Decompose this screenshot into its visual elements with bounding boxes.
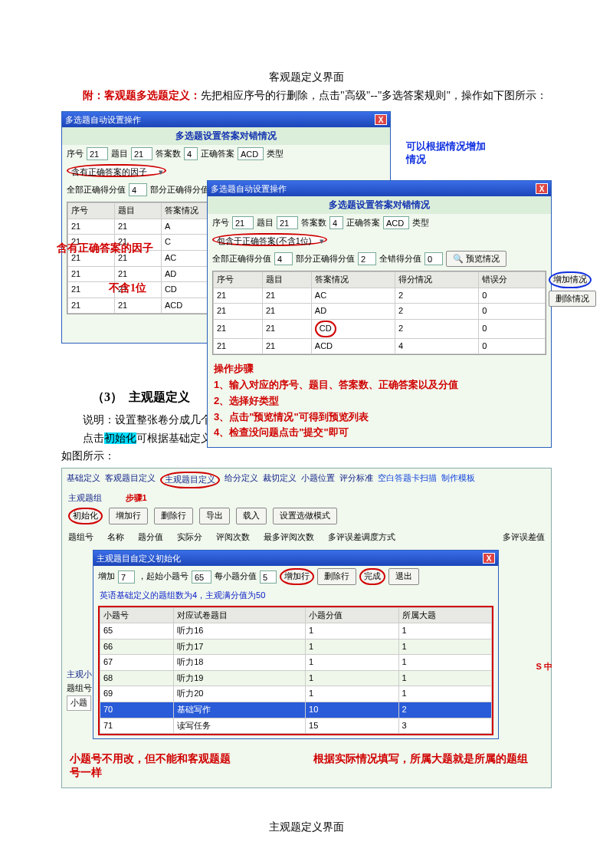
button-row: 初始化 增加行 删除行 导出 载入 设置选做模式 [62, 506, 551, 529]
section-number: （3） [92, 390, 123, 403]
dialog-header: 多选题设置答案对错情况 [208, 196, 551, 214]
dlg-form-row: 增加7 ，起始小题号65 每小题分值5 增加行 删除行 完成 退出 [93, 566, 498, 587]
attach-label: 附：客观题多选题定义： [83, 90, 201, 101]
dlg-grid: 小题号对应试卷题目小题分值所属大题 65听力1611 66听力1711 67听力… [98, 606, 493, 736]
del-case-button-2[interactable]: 删除情况 [549, 291, 596, 307]
dialog-multichoice-front: 多选题自动设置操作 X 多选题设置答案对错情况 序号21 题目21 答案数4 正… [207, 180, 552, 448]
table-row[interactable]: 2121CD20 [214, 319, 546, 338]
import-button[interactable]: 载入 [236, 508, 267, 524]
side-label-3: 小题 [67, 695, 91, 711]
table-row[interactable]: 2121ACD40 [214, 338, 546, 354]
table-row[interactable]: 65听力1611 [100, 623, 492, 639]
panel-label: 主观题组 步骤1 [62, 490, 551, 507]
table-row-selected[interactable]: 70基础写作102 [100, 702, 492, 718]
tab-pos[interactable]: 小题位置 [301, 472, 335, 488]
dlg-done-button[interactable]: 完成 [359, 568, 385, 585]
tab-std[interactable]: 评分标准 [339, 472, 373, 488]
annot-no1: 不含1位 [109, 280, 146, 297]
table-row[interactable]: 2121AC20 [214, 288, 546, 304]
figure-1: 多选题自动设置操作 X 多选题设置答案对错情况 序号21 题目21 答案数4 正… [61, 111, 552, 357]
figure-2-app: 基础定义 客观题目定义 主观题目定义 给分定义 裁切定义 小题位置 评分标准 空… [61, 468, 552, 788]
init-button[interactable]: 初始化 [68, 508, 103, 524]
tab-subjective[interactable]: 主观题目定义 [160, 472, 220, 488]
close-icon[interactable]: X [536, 183, 548, 194]
annot-right: 根据实际情况填写，所属大题就是所属的题组 [313, 751, 528, 779]
side-label-2: 题组号 [67, 682, 92, 695]
annot-factor: 含有正确答案的因子 [57, 240, 153, 257]
figure2-caption: 主观题定义界面 [61, 819, 552, 836]
export-button[interactable]: 导出 [199, 508, 230, 524]
table-row[interactable]: 67听力1811 [100, 655, 492, 671]
page-title: 客观题定义界面 [61, 69, 552, 86]
label-das: 答案数 [156, 147, 181, 161]
input-add[interactable]: 7 [118, 570, 135, 584]
titlebar[interactable]: 主观题目自定义初始化 X [93, 551, 498, 566]
label-qbzq: 全部正确得分值 [67, 183, 126, 197]
section-title: 主观题定义 [129, 390, 190, 403]
step-2: 2、选择好类型 [214, 393, 545, 409]
table-row[interactable]: 2121AD20 [214, 304, 546, 320]
dlg-addrow-button[interactable]: 增加行 [280, 568, 314, 585]
input-start[interactable]: 65 [192, 570, 211, 584]
dlg-delrow-button[interactable]: 删除行 [317, 568, 356, 585]
tab-scan[interactable]: 空白答题卡扫描 [378, 472, 437, 488]
delrow-button[interactable]: 删除行 [154, 508, 193, 524]
input-qbzq[interactable]: 4 [129, 183, 147, 196]
dlg-exit-button[interactable]: 退出 [388, 568, 419, 585]
label-tm: 题目 [111, 147, 128, 161]
tab-bar: 基础定义 客观题目定义 主观题目定义 给分定义 裁切定义 小题位置 评分标准 空… [62, 469, 551, 490]
table-row[interactable]: 68听力1911 [100, 670, 492, 686]
titlebar-text: 主观题目自定义初始化 [97, 551, 181, 566]
input-per[interactable]: 5 [260, 570, 277, 584]
table-row[interactable]: 66听力1711 [100, 639, 492, 655]
annot-left: 小题号不用改，但不能和客观题题号一样 [70, 751, 231, 779]
tab-score[interactable]: 给分定义 [225, 472, 258, 488]
input-tm[interactable]: 21 [131, 147, 152, 160]
input-das[interactable]: 4 [184, 147, 198, 160]
close-icon[interactable]: X [375, 114, 387, 125]
label-xh: 序号 [67, 147, 84, 161]
titlebar-text: 多选题自动设置操作 [211, 181, 287, 196]
label-lx: 类型 [267, 147, 284, 161]
select-type[interactable]: 含有正确答案的因子 [67, 164, 166, 177]
form-row-1: 序号21 题目21 答案数4 正确答案ACD 类型 含有正确答案的因子 [62, 145, 390, 179]
ime-badge: S 中 [536, 660, 552, 674]
attach-rest: 先把相应序号的行删除，点击"高级"--"多选答案规则"，操作如下图所示： [201, 90, 547, 101]
select-type-2[interactable]: 包含于正确答案(不含1位) [212, 233, 327, 246]
input-zqda[interactable]: ACD [238, 147, 264, 160]
column-headers: 题组号 名称 题分值 实际分 评阅次数 最多评阅次数 多评误差调度方式 多评误差… [62, 529, 551, 546]
tab-basic[interactable]: 基础定义 [67, 472, 100, 488]
table-row[interactable]: 69听力2011 [100, 686, 492, 702]
step-3: 3、点击"预览情况"可得到预览列表 [214, 409, 545, 426]
annot-step1: 步骤1 [126, 493, 147, 502]
close-icon[interactable]: X [483, 553, 495, 564]
form-row-2: 全部正确得分值4 部分正确得分值2 全错得分值0 🔍 预览情况 [208, 248, 551, 270]
titlebar-text: 多选题自动设置操作 [65, 112, 141, 127]
annot-add-case: 可以根据情况增加情况 [406, 140, 490, 166]
tab-template[interactable]: 制作模板 [441, 472, 475, 488]
side-label-1: 主观小 [67, 668, 92, 682]
titlebar[interactable]: 多选题自动设置操作 X [62, 112, 390, 127]
steps-title: 操作步骤 [214, 361, 545, 377]
label-per: 每小题分值 [215, 570, 257, 584]
table-row[interactable]: 71读写任务153 [100, 718, 492, 734]
col-xh: 序号 [68, 203, 115, 219]
label-start: ，起始小题号 [138, 570, 188, 584]
mode-button[interactable]: 设置选做模式 [273, 508, 337, 524]
panel-label-text: 主观题组 [68, 493, 102, 502]
add-case-button-2[interactable]: 增加情况 [549, 271, 592, 288]
step-1: 1、输入对应的序号、题目、答案数、正确答案以及分值 [214, 377, 545, 393]
tab-objective[interactable]: 客观题目定义 [105, 472, 156, 488]
para2-init-highlight: 初始化 [104, 432, 136, 444]
para2a: 点击 [83, 432, 104, 444]
addrow-button[interactable]: 增加行 [109, 508, 148, 524]
label-add: 增加 [98, 570, 115, 584]
preview-button-2[interactable]: 🔍 预览情况 [446, 251, 506, 268]
tab-cut[interactable]: 裁切定义 [263, 472, 297, 488]
input-xh[interactable]: 21 [87, 147, 108, 160]
steps-block: 操作步骤 1、输入对应的序号、题目、答案数、正确答案以及分值 2、选择好类型 3… [208, 358, 551, 447]
step-4: 4、检查没问题点击"提交"即可 [214, 425, 545, 441]
titlebar[interactable]: 多选题自动设置操作 X [208, 181, 551, 196]
grid-front: 序号题目答案情况得分情况错误分 2121AC20 2121AD20 2121CD… [212, 271, 546, 355]
label-bfzq: 部分正确得分值 [150, 183, 209, 197]
